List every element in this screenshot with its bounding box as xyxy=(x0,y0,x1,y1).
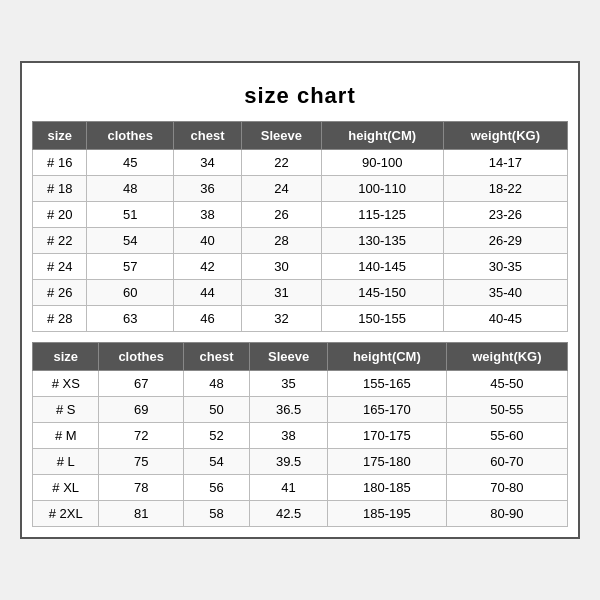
table-cell: 42.5 xyxy=(250,501,328,527)
table-cell: 155-165 xyxy=(327,371,446,397)
table-row: # XL785641180-18570-80 xyxy=(33,475,568,501)
table-cell: 45 xyxy=(87,150,173,176)
table-cell: 115-125 xyxy=(321,202,443,228)
table-cell: 45-50 xyxy=(446,371,567,397)
table-gap xyxy=(32,332,568,342)
table-cell: 38 xyxy=(250,423,328,449)
table-cell: 170-175 xyxy=(327,423,446,449)
table-cell: 57 xyxy=(87,254,173,280)
size-table-2: sizeclotheschestSleeveheight(CM)weight(K… xyxy=(32,342,568,527)
table-cell: 67 xyxy=(99,371,183,397)
table-cell: 40-45 xyxy=(443,306,567,332)
table-row: # 20513826115-12523-26 xyxy=(33,202,568,228)
table-cell: 145-150 xyxy=(321,280,443,306)
table-cell: 52 xyxy=(183,423,249,449)
table-row: # 24574230140-14530-35 xyxy=(33,254,568,280)
table-cell: 150-155 xyxy=(321,306,443,332)
column-header: height(CM) xyxy=(321,122,443,150)
table-row: # M725238170-17555-60 xyxy=(33,423,568,449)
table-cell: 26 xyxy=(242,202,322,228)
table-cell: 50-55 xyxy=(446,397,567,423)
table-cell: # M xyxy=(33,423,99,449)
table-row: # 1645342290-10014-17 xyxy=(33,150,568,176)
table-cell: 14-17 xyxy=(443,150,567,176)
table-row: # 18483624100-11018-22 xyxy=(33,176,568,202)
table-cell: 54 xyxy=(183,449,249,475)
table-cell: 56 xyxy=(183,475,249,501)
table-row: # S695036.5165-17050-55 xyxy=(33,397,568,423)
table-cell: 24 xyxy=(242,176,322,202)
table-cell: 30 xyxy=(242,254,322,280)
table-cell: 48 xyxy=(183,371,249,397)
table-cell: 51 xyxy=(87,202,173,228)
table-row: # XS674835155-16545-50 xyxy=(33,371,568,397)
table-cell: # L xyxy=(33,449,99,475)
chart-title: size chart xyxy=(32,73,568,121)
table-cell: 35 xyxy=(250,371,328,397)
column-header: size xyxy=(33,122,87,150)
table-cell: 180-185 xyxy=(327,475,446,501)
table-cell: 30-35 xyxy=(443,254,567,280)
table-cell: # S xyxy=(33,397,99,423)
table-cell: 23-26 xyxy=(443,202,567,228)
table-cell: 63 xyxy=(87,306,173,332)
table-cell: 130-135 xyxy=(321,228,443,254)
table-cell: 44 xyxy=(173,280,241,306)
table-cell: 36 xyxy=(173,176,241,202)
size-table-1: sizeclotheschestSleeveheight(CM)weight(K… xyxy=(32,121,568,332)
table-cell: 175-180 xyxy=(327,449,446,475)
column-header: size xyxy=(33,343,99,371)
table-row: # 26604431145-15035-40 xyxy=(33,280,568,306)
column-header: clothes xyxy=(99,343,183,371)
table-cell: 48 xyxy=(87,176,173,202)
table-cell: # 26 xyxy=(33,280,87,306)
table-cell: 185-195 xyxy=(327,501,446,527)
table-cell: 46 xyxy=(173,306,241,332)
table-cell: 81 xyxy=(99,501,183,527)
table-cell: 75 xyxy=(99,449,183,475)
table-cell: 60 xyxy=(87,280,173,306)
column-header: Sleeve xyxy=(250,343,328,371)
table-cell: 42 xyxy=(173,254,241,280)
column-header: Sleeve xyxy=(242,122,322,150)
table-cell: # 16 xyxy=(33,150,87,176)
table-cell: 100-110 xyxy=(321,176,443,202)
table-cell: 90-100 xyxy=(321,150,443,176)
column-header: clothes xyxy=(87,122,173,150)
column-header: chest xyxy=(183,343,249,371)
table-cell: 72 xyxy=(99,423,183,449)
table-cell: 18-22 xyxy=(443,176,567,202)
table-cell: 39.5 xyxy=(250,449,328,475)
column-header: weight(KG) xyxy=(446,343,567,371)
table-cell: 36.5 xyxy=(250,397,328,423)
table-cell: 60-70 xyxy=(446,449,567,475)
table-cell: 22 xyxy=(242,150,322,176)
table-cell: # 28 xyxy=(33,306,87,332)
table-cell: 80-90 xyxy=(446,501,567,527)
table-cell: 26-29 xyxy=(443,228,567,254)
table-row: # 28634632150-15540-45 xyxy=(33,306,568,332)
column-header: weight(KG) xyxy=(443,122,567,150)
column-header: height(CM) xyxy=(327,343,446,371)
table-cell: # 24 xyxy=(33,254,87,280)
table-row: # 22544028130-13526-29 xyxy=(33,228,568,254)
table-cell: 31 xyxy=(242,280,322,306)
table-cell: # XS xyxy=(33,371,99,397)
table-cell: 41 xyxy=(250,475,328,501)
table-cell: # 20 xyxy=(33,202,87,228)
table-cell: 34 xyxy=(173,150,241,176)
table-cell: 55-60 xyxy=(446,423,567,449)
table-cell: 40 xyxy=(173,228,241,254)
table-cell: 69 xyxy=(99,397,183,423)
table-cell: 38 xyxy=(173,202,241,228)
table-cell: 78 xyxy=(99,475,183,501)
table-cell: 70-80 xyxy=(446,475,567,501)
size-chart-container: size chart sizeclotheschestSleeveheight(… xyxy=(20,61,580,539)
table-cell: 165-170 xyxy=(327,397,446,423)
table-cell: 35-40 xyxy=(443,280,567,306)
table-cell: 32 xyxy=(242,306,322,332)
table-cell: # XL xyxy=(33,475,99,501)
table-cell: 28 xyxy=(242,228,322,254)
table-cell: # 18 xyxy=(33,176,87,202)
table-cell: 50 xyxy=(183,397,249,423)
